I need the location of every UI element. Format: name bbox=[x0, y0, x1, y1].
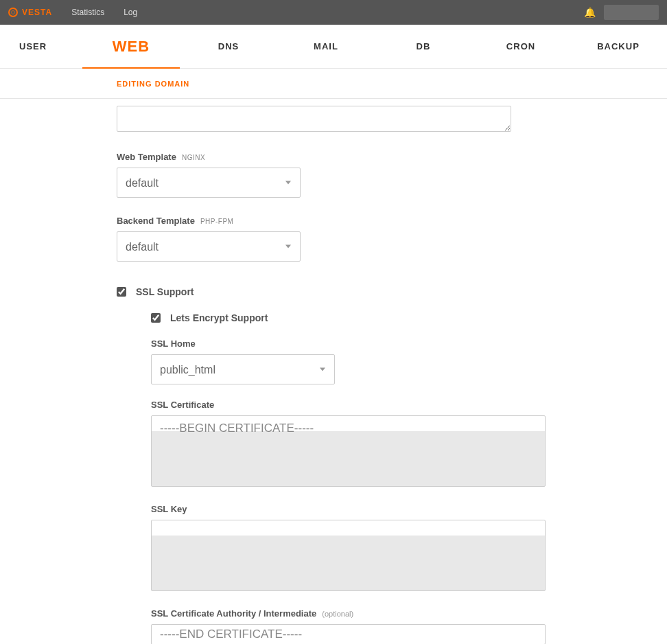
label-ssl-home: SSL Home bbox=[151, 338, 196, 349]
tab-dns[interactable]: DNS bbox=[180, 29, 277, 64]
field-ssl-ca: SSL Certificate Authority / Intermediate… bbox=[151, 608, 667, 644]
nav-log[interactable]: Log bbox=[124, 8, 137, 17]
user-menu-button[interactable] bbox=[604, 5, 659, 20]
aliases-textarea[interactable] bbox=[117, 106, 511, 132]
tab-web[interactable]: WEB bbox=[82, 25, 180, 68]
field-web-template: Web Template NGINX default bbox=[117, 152, 667, 198]
checkbox-lets-encrypt[interactable] bbox=[151, 313, 161, 323]
nav-statistics[interactable]: Statistics bbox=[71, 8, 104, 17]
textarea-ssl-ca[interactable] bbox=[151, 624, 546, 644]
edit-domain-form: Web Template NGINX default Backend Templ… bbox=[0, 99, 667, 644]
main-nav: USER WEB DNS MAIL DB CRON BACKUP bbox=[0, 25, 667, 69]
row-ssl-support: SSL Support bbox=[117, 286, 667, 297]
field-ssl-home: SSL Home public_html bbox=[151, 338, 667, 384]
subheader: EDITING DOMAIN bbox=[0, 69, 667, 99]
label-ssl-support: SSL Support bbox=[136, 286, 194, 297]
label-ssl-ca-optional: (optional) bbox=[322, 610, 353, 618]
checkbox-ssl-support[interactable] bbox=[117, 287, 126, 297]
select-backend-template[interactable]: default bbox=[117, 231, 301, 262]
textarea-ssl-key[interactable] bbox=[151, 520, 546, 591]
textarea-ssl-cert[interactable] bbox=[151, 415, 546, 487]
topbar: VESTA Statistics Log 🔔 bbox=[0, 0, 667, 25]
field-ssl-cert: SSL Certificate bbox=[151, 400, 667, 489]
brand-logo[interactable]: VESTA bbox=[8, 8, 52, 17]
label-web-template-engine: NGINX bbox=[182, 154, 205, 161]
label-backend-template-engine: PHP-FPM bbox=[200, 218, 234, 225]
label-ssl-cert: SSL Certificate bbox=[151, 400, 214, 410]
topbar-right: 🔔 bbox=[584, 5, 659, 20]
label-ssl-key: SSL Key bbox=[151, 504, 187, 514]
label-lets-encrypt: Lets Encrypt Support bbox=[170, 312, 268, 323]
brand-name: VESTA bbox=[22, 8, 52, 17]
tab-user[interactable]: USER bbox=[0, 29, 82, 64]
row-lets-encrypt: Lets Encrypt Support bbox=[151, 312, 667, 323]
page-title: EDITING DOMAIN bbox=[117, 80, 189, 88]
tab-backup[interactable]: BACKUP bbox=[570, 29, 667, 64]
ssl-block: SSL Home public_html SSL Certificate SSL… bbox=[151, 338, 667, 644]
select-ssl-home[interactable]: public_html bbox=[151, 354, 335, 384]
tab-db[interactable]: DB bbox=[375, 29, 472, 64]
tab-cron[interactable]: CRON bbox=[472, 29, 570, 64]
logo-ring-icon bbox=[8, 8, 18, 17]
field-ssl-key: SSL Key bbox=[151, 504, 667, 593]
label-backend-template: Backend Template bbox=[117, 216, 195, 226]
bell-icon[interactable]: 🔔 bbox=[584, 7, 596, 18]
field-backend-template: Backend Template PHP-FPM default bbox=[117, 216, 667, 262]
tab-mail[interactable]: MAIL bbox=[277, 29, 375, 64]
label-web-template: Web Template bbox=[117, 152, 176, 162]
topbar-left: VESTA Statistics Log bbox=[8, 8, 137, 17]
select-web-template[interactable]: default bbox=[117, 168, 301, 198]
label-ssl-ca: SSL Certificate Authority / Intermediate bbox=[151, 608, 316, 619]
